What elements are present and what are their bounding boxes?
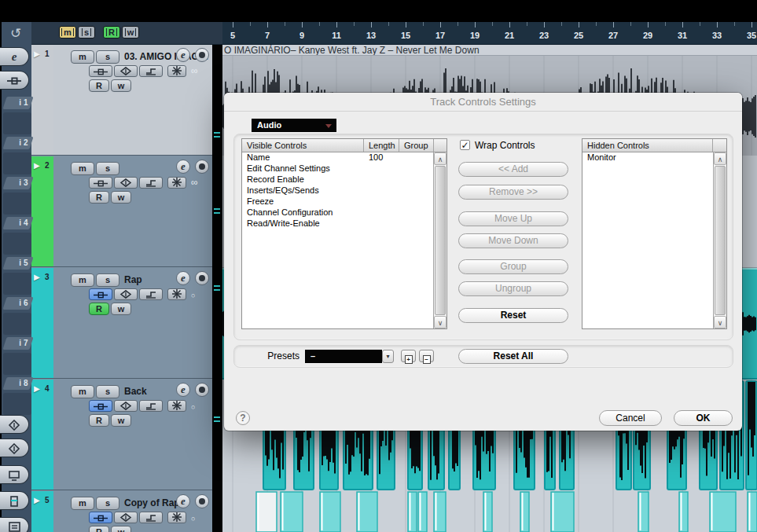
scrollbar[interactable]: ∧∨ xyxy=(713,152,726,328)
solo-button[interactable]: s xyxy=(96,273,119,287)
inserts-state-button[interactable] xyxy=(89,512,112,523)
monitor-toggle-s[interactable]: s xyxy=(78,26,95,39)
edit-channel-button[interactable]: e xyxy=(176,494,190,508)
scroll-down-arrow-icon[interactable]: ∨ xyxy=(714,316,726,328)
inspector-tab-5[interactable]: i 5 xyxy=(2,257,33,270)
edit-channel-button[interactable]: e xyxy=(176,383,190,397)
inserts-state-button[interactable] xyxy=(89,288,112,300)
move-down-button[interactable]: Move Down xyxy=(458,233,568,248)
column-header[interactable]: Length xyxy=(364,139,399,152)
solo-button[interactable]: s xyxy=(96,50,119,64)
inspector-tab-6[interactable]: i 6 xyxy=(2,297,33,310)
presets-dropdown[interactable]: – xyxy=(305,350,382,363)
record-enable-button[interactable] xyxy=(195,494,209,508)
write-automation-button[interactable]: w xyxy=(111,191,131,204)
help-button[interactable]: ? xyxy=(236,411,250,425)
eq-state-button[interactable] xyxy=(114,512,138,523)
mute-button[interactable]: m xyxy=(71,162,94,175)
read-automation-button[interactable]: R xyxy=(89,191,109,204)
sends-state-button[interactable] xyxy=(139,400,163,412)
write-automation-button[interactable]: w xyxy=(111,303,131,315)
freeze-button[interactable] xyxy=(167,288,186,300)
track-header-copy-of-rap[interactable]: ▶5msCopy of Rape○Rw xyxy=(31,491,212,532)
track-header-03-amigo-imagin[interactable]: ▶1ms03. AMIGO IMAGINe∞Rw xyxy=(31,45,212,156)
record-enable-button[interactable] xyxy=(195,271,209,285)
read-automation-button[interactable]: R xyxy=(89,79,109,92)
inspector-tab-3[interactable]: i 3 xyxy=(2,177,33,189)
edit-channel-button[interactable]: e xyxy=(176,48,190,62)
inspector-tab-1[interactable]: i 1 xyxy=(2,97,33,109)
add-button[interactable]: << Add xyxy=(458,162,568,177)
inspector-tab-8[interactable]: i 8 xyxy=(2,377,33,390)
mute-button[interactable]: m xyxy=(71,497,94,510)
column-header[interactable]: Group xyxy=(399,139,434,152)
undo-icon[interactable]: ↺ xyxy=(6,24,25,43)
scrollbar[interactable]: ∧∨ xyxy=(433,152,446,328)
remove-preset-button[interactable]: − xyxy=(419,350,434,362)
sends-state-button[interactable] xyxy=(139,177,163,189)
edit-channel-button[interactable]: e xyxy=(176,160,190,174)
record-enable-button[interactable] xyxy=(195,48,209,62)
list-item-monitor[interactable]: Monitor xyxy=(582,152,726,163)
list-item-freeze[interactable]: Freeze xyxy=(242,196,446,207)
ungroup-button[interactable]: Ungroup xyxy=(458,281,568,296)
record-enable-button[interactable] xyxy=(195,383,209,397)
reset-all-button[interactable]: Reset All xyxy=(458,349,568,364)
edit-channel-button[interactable]: e xyxy=(176,271,190,285)
notepad-section-pill[interactable] xyxy=(0,517,29,532)
eq-state-button[interactable] xyxy=(114,400,138,412)
eq-state-button[interactable] xyxy=(114,65,138,77)
edit-channel-pill[interactable]: e xyxy=(0,47,29,66)
list-item-channel-configuration[interactable]: Channel Configuration xyxy=(242,207,446,218)
freeze-button[interactable] xyxy=(167,512,186,523)
solo-button[interactable]: s xyxy=(96,497,119,510)
monitor-toggle-R[interactable]: R xyxy=(103,26,120,39)
preset-dropdown-arrow-button[interactable]: ▾ xyxy=(382,350,394,363)
reset-button[interactable]: Reset xyxy=(458,308,568,323)
eq-state-button[interactable] xyxy=(114,177,138,189)
inspector-tab-7[interactable]: i 7 xyxy=(2,337,33,350)
fader-section-pill[interactable] xyxy=(0,491,29,510)
automation-diamond-pill[interactable] xyxy=(0,438,29,457)
record-enable-button[interactable] xyxy=(195,160,209,174)
write-automation-button[interactable]: w xyxy=(111,414,131,427)
automation-diamond-pill[interactable] xyxy=(0,415,29,434)
scroll-thumb[interactable] xyxy=(435,166,446,315)
freeze-button[interactable] xyxy=(167,400,186,412)
monitor-toggle-w[interactable]: w xyxy=(122,26,139,39)
wrap-controls-checkbox[interactable]: ✓ xyxy=(460,140,470,150)
monitor-toggle-m[interactable]: m xyxy=(59,26,76,39)
mute-button[interactable]: m xyxy=(71,385,94,398)
insert-slot-pill[interactable] xyxy=(0,71,29,90)
list-item-read-write-enable[interactable]: Read/Write-Enable xyxy=(242,218,446,229)
remove-button[interactable]: Remove >> xyxy=(458,185,568,200)
read-automation-button[interactable]: R xyxy=(89,526,109,532)
scroll-up-arrow-icon[interactable]: ∧ xyxy=(434,152,446,165)
freeze-button[interactable] xyxy=(167,65,186,77)
column-header[interactable]: Visible Controls xyxy=(242,139,364,152)
hidden-controls-list[interactable]: Hidden ControlsMonitor∧∨ xyxy=(582,138,727,329)
solo-button[interactable]: s xyxy=(96,162,119,175)
list-item-record-enable[interactable]: Record Enable xyxy=(242,174,446,185)
scroll-up-arrow-icon[interactable]: ∧ xyxy=(714,152,726,165)
inserts-state-button[interactable] xyxy=(89,177,112,189)
write-automation-button[interactable]: w xyxy=(111,526,131,532)
track-header-track-2[interactable]: ▶2mse∞Rw xyxy=(31,156,212,267)
ok-button[interactable]: OK xyxy=(674,410,733,426)
read-automation-button[interactable]: R xyxy=(89,303,109,315)
write-automation-button[interactable]: w xyxy=(111,79,131,92)
sends-state-button[interactable] xyxy=(139,512,163,523)
store-preset-button[interactable]: + xyxy=(401,350,416,362)
solo-button[interactable]: s xyxy=(96,385,119,398)
track-type-dropdown[interactable]: Audio xyxy=(252,119,336,132)
list-item-edit-channel-settings[interactable]: Edit Channel Settings xyxy=(242,163,446,174)
scroll-down-arrow-icon[interactable]: ∨ xyxy=(434,316,446,328)
monitor-screen-pill[interactable] xyxy=(0,465,29,484)
sends-state-button[interactable] xyxy=(139,65,163,77)
column-header[interactable]: Hidden Controls xyxy=(582,139,713,152)
cancel-button[interactable]: Cancel xyxy=(599,410,662,426)
inspector-tab-2[interactable]: i 2 xyxy=(2,137,33,149)
group-button[interactable]: Group xyxy=(458,259,568,274)
sends-state-button[interactable] xyxy=(139,288,163,300)
inserts-state-button[interactable] xyxy=(89,65,112,77)
